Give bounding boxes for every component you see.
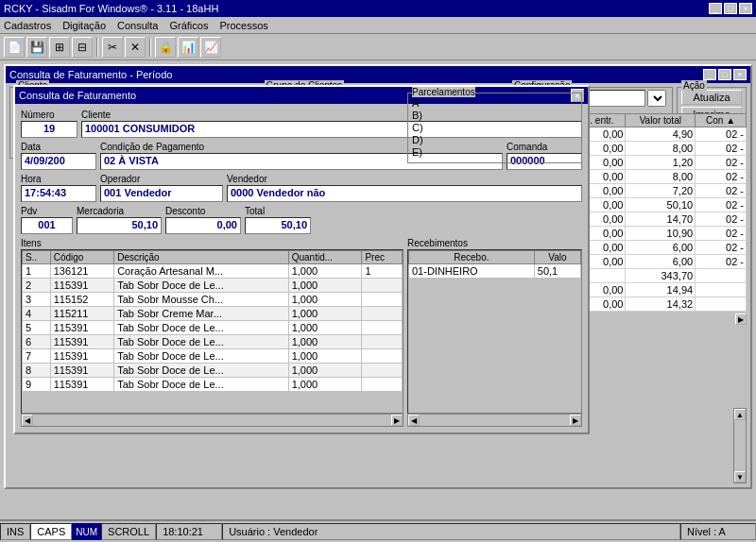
right-scrollbar-h[interactable]: ▶ [567,313,747,325]
itens-cell-preco [362,349,403,364]
itens-cell-preco [362,335,403,349]
itens-row[interactable]: 3 115152 Tab Sobr Mousse Ch... 1,000 [23,293,403,307]
rec-scroll-right[interactable]: ▶ [570,415,581,426]
itens-cell-preco [362,293,403,307]
scroll-indicator: SCROLL [101,523,156,540]
nivel-display: Nível : A [680,523,756,540]
itens-row[interactable]: 4 115211 Tab Sobr Creme Mar... 1,000 [23,307,403,321]
itens-row[interactable]: 9 115391 Tab Sobr Doce de Le... 1,000 [23,378,403,392]
main-close[interactable]: × [733,69,747,80]
parcelamento-label: E) [412,146,431,158]
menu-graficos[interactable]: Gráficos [169,20,208,31]
desconto-label: Desconto [165,206,241,216]
scroll-down[interactable]: ▼ [734,471,746,483]
main-minimize[interactable]: _ [703,69,716,80]
configuracao-select[interactable] [647,90,666,107]
minimize-btn[interactable]: _ [709,3,722,14]
itens-row[interactable]: 1 136121 Coração Artesanal M... 1,000 1 [23,264,403,279]
rec-col-recebo[interactable]: Recebo. [409,251,535,264]
itens-cell-s: 4 [23,307,51,321]
toolbar-btn-2[interactable]: 💾 [26,37,47,58]
atualiza-button[interactable]: Atualiza [681,90,742,105]
itens-cell-descricao: Tab Sobr Doce de Le... [114,279,289,293]
menu-processos[interactable]: Processos [219,20,267,31]
right-cell-valor: 7,20 [626,184,696,198]
itens-row[interactable]: 2 115391 Tab Sobr Doce de Le... 1,000 [23,279,403,293]
caps-indicator: CAPS [30,523,72,540]
mercadoria-label: Mercadoria [77,206,162,216]
right-cell-valor: 14,94 [626,283,696,297]
toolbar-btn-4[interactable]: ⊟ [72,37,93,58]
right-cell-con [696,283,747,297]
col-quantidade[interactable]: Quantid... [288,251,362,264]
toolbar-btn-5[interactable]: ✂ [102,37,123,58]
right-cell-valor: 343,70 [626,269,696,283]
operador-field: Operador 001 Vendedor [100,174,223,202]
itens-cell-preco [362,378,403,392]
menu-bar: Cadastros Digitação Consulta Gráficos Pr… [0,17,756,34]
rec-scrollbar-h[interactable]: ◀ ▶ [407,414,582,427]
scroll-up[interactable]: ▲ [734,409,746,420]
hora-field: Hora 17:54:43 [21,174,96,202]
parcelamento-label: A [412,97,431,109]
itens-row[interactable]: 7 115391 Tab Sobr Doce de Le... 1,000 [23,349,403,364]
toolbar-btn-1[interactable]: 📄 [4,37,25,58]
itens-cell-preco [362,279,403,293]
right-cell-valor: 14,70 [626,212,696,227]
recebimentos-label: Recebimentos [407,238,582,248]
maximize-btn[interactable]: □ [724,3,737,14]
menu-cadastros[interactable]: Cadastros [4,20,51,31]
itens-cell-s: 3 [23,293,51,307]
form-row-4: Pdv 001 Mercadoria 50,10 Desconto 0,00 T… [21,206,582,234]
itens-cell-descricao: Tab Sobr Doce de Le... [114,364,289,378]
toolbar-btn-9[interactable]: 📈 [200,37,221,58]
user-display: Usuário : Vendedor [222,523,680,540]
rec-col-valor[interactable]: Valo [534,251,580,264]
itens-cell-descricao: Coração Artesanal M... [114,264,289,279]
pdv-label: Pdv [21,206,73,216]
parcelamento-label: B) [412,110,431,121]
itens-cell-s: 2 [23,279,51,293]
itens-scroll-left[interactable]: ◀ [22,415,33,426]
numero-value: 19 [21,121,77,138]
itens-scrollbar-h[interactable]: ◀ ▶ [21,414,404,427]
itens-row[interactable]: 8 115391 Tab Sobr Doce de Le... 1,000 [23,364,403,378]
title-bar: RCKY - Sisadm For Windows® - 3.11 - 18aH… [0,0,756,17]
col-descricao[interactable]: Descrição [114,251,289,264]
col-preco[interactable]: Prec [362,251,403,264]
right-cell-valor: 50,10 [626,198,696,212]
itens-table-container: S.. Código Descrição Quantid... Prec 1 1… [21,249,404,414]
rec-scroll-left[interactable]: ◀ [408,415,420,426]
col-s[interactable]: S.. [23,251,51,264]
total-label: Total [245,206,311,216]
main-maximize[interactable]: □ [718,69,731,80]
itens-cell-descricao: Tab Sobr Doce de Le... [114,378,289,392]
toolbar-btn-3[interactable]: ⊞ [49,37,70,58]
itens-row[interactable]: 6 115391 Tab Sobr Doce de Le... 1,000 [23,335,403,349]
total-field: Total 50,10 [245,206,311,234]
itens-cell-quantidade: 1,000 [288,293,362,307]
right-cell-con: 02 - [696,212,747,227]
toolbar-btn-6[interactable]: ✕ [125,37,146,58]
recebimentos-row[interactable]: 01-DINHEIRO 50,1 [409,264,581,279]
close-btn[interactable]: × [739,3,752,14]
itens-cell-codigo: 115391 [50,364,113,378]
toolbar-btn-7[interactable]: 🔒 [155,37,176,58]
itens-cell-preco [362,321,403,335]
itens-cell-descricao: Tab Sobr Doce de Le... [114,335,289,349]
itens-cell-codigo: 115391 [50,279,113,293]
main-scrollbar-v[interactable]: ▲ ▼ [733,408,747,483]
menu-digitacao[interactable]: Digitação [62,20,106,31]
right-table-row: 0,00 14,94 [568,283,747,297]
menu-consulta[interactable]: Consulta [117,20,158,31]
main-window: Consulta de Faturamento - Período _ □ × … [4,64,752,489]
toolbar: 📄 💾 ⊞ ⊟ ✂ ✕ 🔒 📊 📈 [0,34,756,60]
itens-scroll-right[interactable]: ▶ [391,415,403,426]
itens-row[interactable]: 5 115391 Tab Sobr Doce de Le... 1,000 [23,321,403,335]
right-scroll-right[interactable]: ▶ [735,313,747,325]
itens-cell-s: 8 [23,364,51,378]
col-codigo[interactable]: Código [50,251,113,264]
vendedor-label: Vendedor [227,174,582,184]
toolbar-btn-8[interactable]: 📊 [178,37,198,58]
right-col-valor: Valor total [626,114,696,127]
